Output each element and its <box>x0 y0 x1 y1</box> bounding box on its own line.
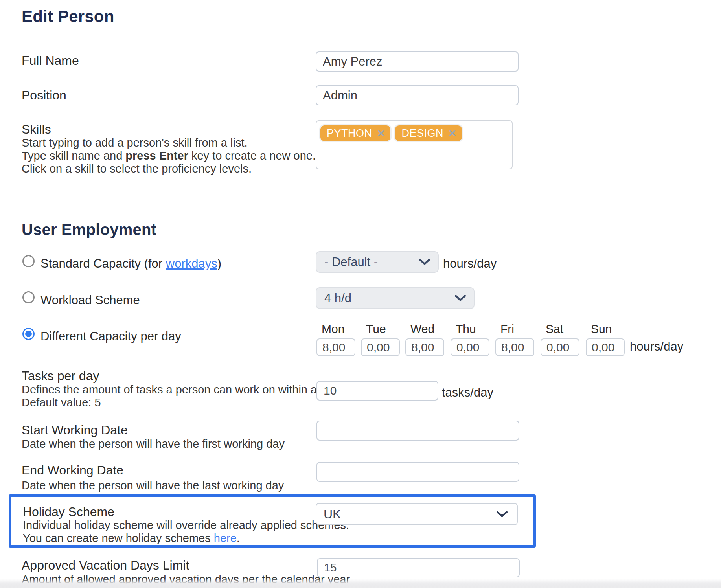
skills-help-line-3: Click on a skill to select the proficien… <box>22 162 316 175</box>
skills-help-line-1: Start typing to add a person's skill fro… <box>22 136 316 149</box>
day-label: Mon <box>322 322 355 336</box>
day-column-tue: Tue <box>361 322 400 356</box>
day-capacity-input-mon[interactable] <box>316 338 355 356</box>
holiday-scheme-desc-2: You can create new holiday schemes here. <box>23 532 240 545</box>
day-label: Sat <box>546 322 579 336</box>
radio-standard-capacity[interactable] <box>22 255 35 267</box>
standard-capacity-select[interactable]: - Default - <box>316 251 439 273</box>
day-capacity-input-sun[interactable] <box>586 338 625 356</box>
day-capacity-input-sat[interactable] <box>541 338 579 356</box>
skills-help-line-2: Type skill name and press Enter key to c… <box>22 149 316 162</box>
position-input[interactable] <box>316 85 519 105</box>
day-label: Thu <box>456 322 489 336</box>
skills-label: Skills <box>22 122 51 137</box>
remove-skill-icon[interactable]: ✕ <box>377 129 385 138</box>
end-date-desc: Date when the person will have the last … <box>22 479 284 492</box>
start-date-desc: Date when the person will have the first… <box>22 437 285 450</box>
day-column-wed: Wed <box>405 322 444 356</box>
skill-tag[interactable]: PYTHON ✕ <box>320 125 390 141</box>
standard-capacity-label: Standard Capacity (for workdays) <box>40 257 221 271</box>
day-label: Tue <box>366 322 400 336</box>
skill-tag[interactable]: DESIGN ✕ <box>395 125 462 141</box>
chevron-down-icon <box>455 295 466 301</box>
day-column-sun: Sun <box>586 322 625 356</box>
tasks-per-day-label: Tasks per day <box>22 369 99 383</box>
full-name-label: Full Name <box>22 53 79 68</box>
vacation-limit-input[interactable] <box>317 558 520 577</box>
skills-help: Start typing to add a person's skill fro… <box>22 136 316 175</box>
day-capacity-input-tue[interactable] <box>361 338 400 356</box>
tasks-unit: tasks/day <box>442 386 493 400</box>
section-heading-user-employment: User Employment <box>22 221 156 239</box>
day-column-thu: Thu <box>451 322 489 356</box>
radio-workload-scheme[interactable] <box>22 291 35 303</box>
holiday-scheme-select[interactable]: UK <box>316 503 518 525</box>
day-label: Fri <box>500 322 534 336</box>
day-label: Sun <box>591 322 625 336</box>
full-name-input[interactable] <box>316 51 519 72</box>
workload-scheme-label: Workload Scheme <box>40 293 140 307</box>
day-capacity-input-fri[interactable] <box>495 338 534 356</box>
here-link[interactable]: here <box>214 532 237 544</box>
press-enter-bold: press Enter <box>125 149 188 162</box>
days-hours-unit: hours/day <box>630 340 683 354</box>
start-date-label: Start Working Date <box>22 423 128 437</box>
page-title: Edit Person <box>22 7 114 26</box>
position-label: Position <box>22 88 66 103</box>
hours-per-day-unit: hours/day <box>443 257 497 271</box>
tasks-per-day-input[interactable] <box>316 381 438 401</box>
chevron-down-icon <box>419 259 430 265</box>
tasks-per-day-desc: Defines the amount of tasks a person can… <box>22 383 341 396</box>
radio-different-capacity[interactable] <box>22 328 35 340</box>
workload-scheme-select[interactable]: 4 h/d <box>316 287 475 309</box>
different-capacity-label: Different Capacity per day <box>40 329 181 344</box>
day-capacity-input-wed[interactable] <box>405 338 444 356</box>
workdays-link[interactable]: workdays <box>166 257 217 270</box>
day-label: Wed <box>410 322 444 336</box>
day-column-sat: Sat <box>541 322 579 356</box>
skill-tag-label: PYTHON <box>327 127 372 140</box>
day-column-mon: Mon <box>316 322 355 356</box>
chevron-down-icon <box>497 511 508 518</box>
day-capacity-input-thu[interactable] <box>451 338 489 356</box>
tasks-default-note: Default value: 5 <box>22 396 101 409</box>
day-column-fri: Fri <box>495 322 534 356</box>
remove-skill-icon[interactable]: ✕ <box>448 129 456 138</box>
vacation-limit-label: Approved Vacation Days Limit <box>22 558 189 573</box>
holiday-scheme-label: Holiday Scheme <box>23 505 114 519</box>
bottom-fade <box>0 579 721 588</box>
edit-person-form: Edit Person Full Name Position Skills St… <box>0 0 721 588</box>
holiday-scheme-desc-1: Individual holiday scheme will override … <box>23 519 349 532</box>
end-date-label: End Working Date <box>22 463 123 478</box>
end-date-input[interactable] <box>316 462 519 482</box>
skill-tag-label: DESIGN <box>401 127 443 140</box>
start-date-input[interactable] <box>316 421 519 441</box>
skills-input-box[interactable]: PYTHON ✕ DESIGN ✕ <box>316 120 513 169</box>
